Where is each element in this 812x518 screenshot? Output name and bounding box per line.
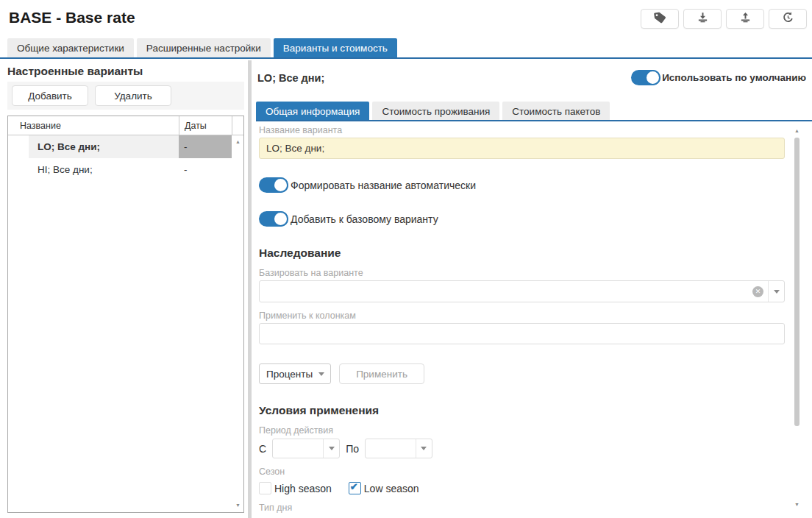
use-default-label: Использовать по умолчанию (662, 72, 806, 83)
scroll-down-icon[interactable]: ▼ (794, 502, 799, 507)
chevron-down-icon (774, 290, 780, 294)
add-to-base-label: Добавить к базовому варианту (291, 213, 438, 225)
chevron-down-icon (329, 447, 335, 450)
season-options: High season Low season (259, 482, 785, 494)
configured-variants-panel: Настроенные варианты Добавить Удалить На… (7, 65, 244, 513)
tab-general-info[interactable]: Общая информация (256, 102, 369, 121)
main-tabs-underline (0, 57, 812, 59)
checkbox-icon (349, 482, 361, 494)
variant-dates-cell[interactable]: - (179, 135, 232, 158)
variant-detail-title: LO; Все дни; (257, 72, 324, 84)
inheritance-heading: Наследование (259, 246, 785, 260)
page-title: BASE - Base rate (9, 9, 135, 26)
toggle-knob (645, 70, 660, 85)
dropdown-button[interactable] (768, 281, 784, 302)
history-icon (781, 11, 795, 27)
variants-table: Название Даты LO; Все дни; - HI; Все дни… (7, 116, 244, 513)
delete-variant-button[interactable]: Удалить (95, 85, 171, 106)
checkbox-high-season[interactable]: High season (259, 482, 332, 494)
scrollbar-thumb[interactable] (794, 138, 799, 426)
checkbox-label: Low season (364, 483, 419, 494)
mode-select-value: Проценты (266, 369, 313, 380)
apply-row: Проценты Применить (259, 363, 785, 384)
period-label: Период действия (259, 425, 785, 436)
checkbox-icon (259, 482, 271, 494)
download-icon (696, 11, 710, 27)
add-to-base-toggle[interactable] (259, 211, 288, 227)
detail-tabs: Общая информация Стоимость проживания Ст… (256, 102, 610, 121)
variants-table-header: Название Даты (8, 116, 243, 135)
variant-name-input[interactable]: LO; Все дни; (259, 138, 785, 159)
column-header-name[interactable]: Название (8, 121, 179, 131)
checkbox-label: High season (274, 483, 332, 494)
variant-name-cell[interactable]: LO; Все дни; (8, 135, 179, 158)
tab-general-characteristics[interactable]: Общие характеристики (7, 38, 134, 57)
tab-variants-and-cost[interactable]: Варианты и стоимость (274, 38, 397, 57)
variant-dates-cell[interactable]: - (179, 158, 232, 181)
scroll-up-icon[interactable]: ▲ (235, 139, 241, 144)
toggle-knob (273, 211, 288, 227)
variant-name[interactable]: HI; Все дни; (29, 158, 179, 181)
tag-button[interactable] (641, 9, 679, 29)
base-on-variant-combobox[interactable]: ✕ (259, 280, 785, 302)
auto-name-label: Формировать название автоматически (291, 180, 476, 191)
dropdown-button[interactable] (323, 439, 339, 458)
clear-icon[interactable]: ✕ (752, 286, 763, 297)
download-button[interactable] (683, 9, 722, 29)
variants-panel-title: Настроенные варианты (7, 65, 244, 78)
auto-name-row: Формировать название автоматически (259, 177, 785, 193)
period-from-combobox[interactable] (272, 439, 340, 458)
use-default-group: Использовать по умолчанию (631, 70, 806, 85)
scroll-gutter (232, 158, 243, 181)
scroll-up-icon[interactable]: ▲ (794, 128, 799, 133)
variant-name-cell[interactable]: HI; Все дни; (8, 158, 179, 181)
table-row[interactable]: HI; Все дни; - (8, 158, 243, 181)
table-row[interactable]: LO; Все дни; - (8, 135, 243, 158)
period-to-input[interactable] (366, 443, 416, 454)
panel-splitter[interactable] (248, 60, 252, 518)
checkbox-low-season[interactable]: Low season (349, 482, 419, 494)
apply-to-columns-label: Применить к колонкам (259, 311, 785, 321)
upload-icon (738, 11, 752, 27)
main-tabs: Общие характеристики Расширенные настрой… (7, 38, 397, 57)
chevron-down-icon (318, 372, 324, 376)
day-type-label: Тип дня (259, 503, 785, 513)
scroll-down-icon[interactable]: ▼ (235, 503, 241, 508)
toggle-knob (273, 177, 288, 193)
season-label: Сезон (259, 466, 785, 477)
base-on-variant-input[interactable] (260, 281, 752, 302)
column-header-dates[interactable]: Даты (179, 116, 232, 135)
base-on-variant-label: Базировать на варианте (259, 268, 785, 278)
detail-tabs-underline (256, 120, 812, 121)
chevron-down-icon (421, 447, 427, 450)
upload-button[interactable] (726, 9, 764, 29)
variant-detail-header: LO; Все дни; Использовать по умолчанию (257, 70, 806, 85)
tab-package-cost[interactable]: Стоимость пакетов (502, 102, 610, 121)
header-actions (641, 9, 807, 29)
auto-name-toggle[interactable] (259, 177, 288, 193)
general-info-form: Название варианта LO; Все дни; Формирова… (259, 124, 785, 518)
tag-icon (653, 11, 667, 27)
use-default-toggle[interactable] (631, 70, 660, 85)
variants-toolbar: Добавить Удалить (7, 82, 244, 110)
add-variant-button[interactable]: Добавить (12, 85, 88, 106)
period-from-label: С (259, 443, 266, 455)
tab-advanced-settings[interactable]: Расширенные настройки (137, 38, 271, 57)
period-to-combobox[interactable] (365, 439, 432, 458)
dropdown-button[interactable] (416, 439, 432, 458)
tab-accommodation-cost[interactable]: Стоимость проживания (372, 102, 499, 121)
add-to-base-row: Добавить к базовому варианту (259, 211, 785, 227)
mode-select[interactable]: Проценты (259, 363, 331, 384)
variant-name[interactable]: LO; Все дни; (29, 135, 179, 158)
apply-to-columns-input[interactable] (259, 323, 785, 344)
apply-button[interactable]: Применить (339, 363, 424, 384)
rate-editor-window: BASE - Base rate Общие характеристики Ра… (0, 0, 812, 518)
conditions-heading: Условия применения (259, 404, 785, 417)
period-to-label: По (346, 443, 359, 455)
period-from-input[interactable] (273, 443, 323, 454)
history-button[interactable] (769, 9, 807, 29)
variant-name-label: Название варианта (259, 125, 785, 135)
period-row: С По (259, 439, 785, 458)
table-scroll-column (232, 116, 243, 135)
